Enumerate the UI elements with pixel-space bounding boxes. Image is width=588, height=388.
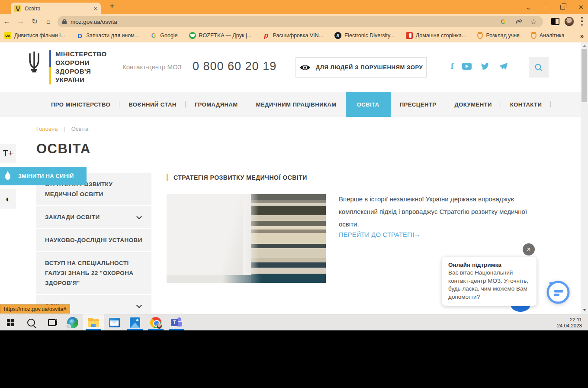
sidebar-item-admission[interactable]: ВСТУП НА СПЕЦІАЛЬНОСТІ ГАЛУЗІ ЗНАНЬ 22 "… [36,252,151,294]
globe-icon: S [334,32,341,39]
bookmarks-bar: UAДивитися фільми і... DЗапчасти для ино… [0,29,588,42]
p-letter-icon: p [263,32,270,39]
tab-close-icon[interactable]: × [93,5,97,12]
hotline-phone[interactable]: 0 800 60 20 19 [193,60,276,73]
taskbar-photos[interactable] [125,314,145,330]
bookmark-item[interactable]: Домашня сторінка... [406,32,466,39]
facebook-icon[interactable]: f [451,61,453,71]
nav-item-press-center[interactable]: ПРЕСЦЕНТР [391,92,446,117]
breadcrumb-separator: | [64,126,65,132]
omnibox-actions: G ☆ [499,17,537,26]
taskbar: T 22:11 24.04.2023 [0,314,588,330]
nav-item-education-active[interactable]: ОСВІТА [346,92,391,117]
chat-message: Вас вітає Національний контакт-центр МОЗ… [448,269,530,301]
folder-icon [88,318,99,327]
restore-button[interactable] [560,5,565,10]
browser-toolbar: ← → ↻ ⌂ moz.gov.ua/osvita G ☆ [0,14,588,29]
chat-bubble-icon [543,278,571,306]
taskbar-clock[interactable]: 22:11 24.04.2023 [557,314,588,330]
taskbar-teams[interactable]: T [166,314,187,330]
font-size-button[interactable]: T+ [0,144,16,163]
youtube-icon[interactable] [462,63,472,70]
scrollbar-thumb[interactable] [582,49,587,102]
bookmark-star-icon[interactable]: ☆ [530,17,537,26]
books-stack [251,194,326,283]
bookmark-item[interactable]: SElectronic Diversity... [334,32,395,39]
edge-icon [67,317,78,328]
browser-menu-icon[interactable] [581,17,583,26]
chat-close-button[interactable]: × [523,243,535,255]
section-title: СТРАТЕГІЯ РОЗВИТКУ МЕДИЧНОЇ ОСВІТИ [174,174,307,181]
bookmark-item[interactable]: UAДивитися фільми і... [4,32,65,39]
taskbar-edge[interactable] [62,314,83,330]
contrast-button[interactable]: ◐ [0,189,16,209]
profile-badge [156,323,162,329]
nav-item-medical-workers[interactable]: МЕДИЧНИМ ПРАЦІВНИКАМ [247,92,346,117]
logo-text: МІНІСТЕРСТВО ОХОРОНИ ЗДОРОВ'Я УКРАЇНИ [55,50,107,84]
forward-icon[interactable]: → [14,17,28,26]
scroll-down-icon[interactable] [581,307,588,313]
site-search-button[interactable] [529,57,549,78]
twitter-icon[interactable] [480,62,490,70]
bookmark-item[interactable]: pРасшифровка VIN... [263,32,323,39]
page-scrollbar[interactable] [581,42,588,314]
google-lens-icon[interactable]: G [499,18,507,26]
moz-logo[interactable]: МІНІСТЕРСТВО ОХОРОНИ ЗДОРОВ'Я УКРАЇНИ [27,50,107,84]
bookmarks-overflow-icon[interactable]: » [580,32,584,39]
nav-item-documents[interactable]: ДОКУМЕНТИ [445,92,501,117]
reload-icon[interactable]: ↻ [28,17,42,26]
browser-titlebar: Освіта × + ⌄ – ✕ [0,0,588,14]
chat-popup: Онлайн підтримка Вас вітає Національний … [442,257,537,306]
task-view-button[interactable] [42,314,62,330]
bookmark-item[interactable]: Розклад учня [477,32,519,39]
screen: Освіта × + ⌄ – ✕ ← → ↻ ⌂ moz.gov.ua/osvi… [0,0,588,388]
contact-center-label: Контакт-центр МОЗ [122,63,182,71]
address-bar[interactable]: moz.gov.ua/osvita G ☆ [58,16,543,27]
taskbar-mail[interactable] [104,314,125,330]
browser-tab[interactable]: Освіта × [11,3,101,14]
taskbar-chrome[interactable] [145,314,166,330]
tab-search-chevron-icon[interactable]: ⌄ [526,4,531,10]
flag-bar [49,50,51,84]
lock-icon [62,19,67,25]
change-to-blue-button[interactable]: ЗМІНИТИ НА СИНІЙ [0,167,87,185]
nav-item-about[interactable]: ПРО МІНІСТЕРСТВО [42,92,119,117]
taskbar-search-button[interactable] [21,314,42,330]
books-bottom-spine [167,275,326,283]
share-icon[interactable] [515,18,523,25]
new-tab-button[interactable]: + [109,1,115,11]
vision-impaired-button[interactable]: ДЛЯ ЛЮДЕЙ З ПОРУШЕННЯМ ЗОРУ [296,57,427,78]
page-title: ОСВІТА [36,141,91,157]
bookmark-item[interactable]: DЗапчасти для ином... [76,32,139,39]
bookmark-item[interactable]: GGoogle [150,32,177,39]
nav-item-contacts[interactable]: КОНТАКТИ [501,92,551,117]
back-icon[interactable]: ← [0,17,14,26]
chrome-icon [150,317,161,328]
taskbar-file-explorer[interactable] [83,314,104,330]
d-letter-icon: D [76,32,83,39]
close-button[interactable]: ✕ [578,4,584,10]
strategy-link[interactable]: ПЕРЕЙТИ ДО СТРАТЕГІЇ → [339,231,421,239]
minimize-button[interactable]: – [544,4,547,10]
scroll-up-icon[interactable] [581,42,588,49]
bookmark-item[interactable]: Аналітика [531,32,565,39]
nav-item-martial-law[interactable]: ВОЄННИЙ СТАН [119,92,185,117]
droplet-icon [5,173,10,180]
sidebar-item-research[interactable]: НАУКОВО-ДОСЛІДНІ УСТАНОВИ [36,229,151,251]
nav-item-citizens[interactable]: ГРОМАДЯНАМ [186,92,247,117]
profile-avatar[interactable] [564,16,574,26]
chevron-down-icon [136,302,142,308]
chat-launcher-button[interactable] [543,278,571,306]
start-button[interactable] [0,314,21,330]
breadcrumb-home[interactable]: Головна [36,126,58,132]
eye-icon [299,64,311,71]
profile-badge [66,324,71,329]
main-navigation: ПРО МІНІСТЕРСТВО ВОЄННИЙ СТАН ГРОМАДЯНАМ… [0,92,588,117]
home-icon[interactable]: ⌂ [42,17,55,26]
telegram-icon[interactable] [498,62,508,70]
sidebar-item-institutions[interactable]: ЗАКЛАДИ ОСВІТИ [36,206,151,228]
windows-logo-icon [7,319,14,326]
acorn-icon [531,32,537,39]
bookmark-item[interactable]: ROZETKA — Друк |... [189,32,252,39]
side-panel-icon[interactable] [551,18,559,25]
